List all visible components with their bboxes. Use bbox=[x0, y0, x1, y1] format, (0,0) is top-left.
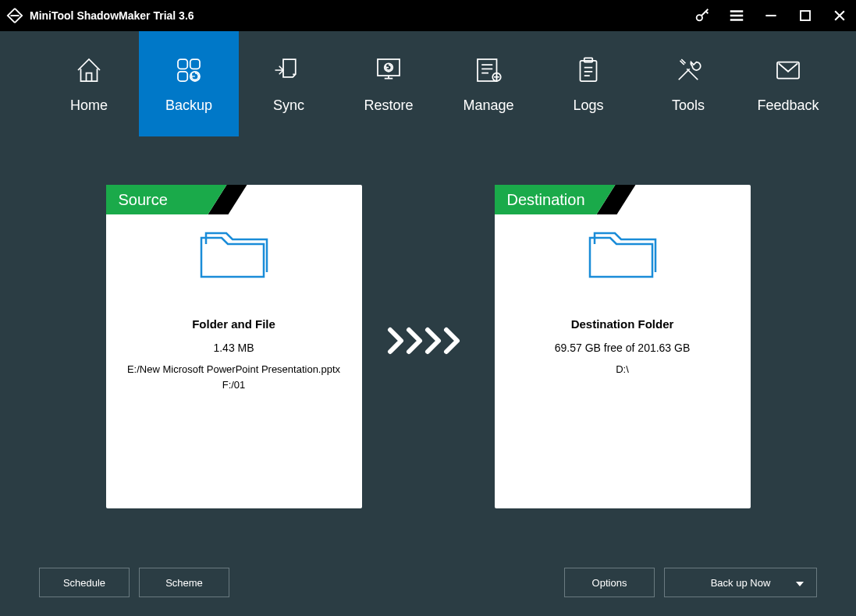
tab-tools[interactable]: Tools bbox=[638, 31, 738, 136]
svg-rect-8 bbox=[478, 59, 497, 81]
tab-label: Logs bbox=[573, 97, 603, 114]
source-size: 1.43 MB bbox=[213, 342, 254, 354]
content-area: Source Folder and File 1.43 MB E:/New Mi… bbox=[0, 136, 856, 508]
schedule-button[interactable]: Schedule bbox=[39, 568, 130, 597]
app-title: MiniTool ShadowMaker Trial 3.6 bbox=[30, 9, 692, 22]
backup-now-label: Back up Now bbox=[711, 577, 771, 589]
tab-label: Sync bbox=[273, 97, 304, 114]
folder-icon bbox=[195, 224, 273, 286]
footer-bar: Schedule Scheme Options Back up Now bbox=[0, 568, 856, 597]
tab-feedback[interactable]: Feedback bbox=[738, 31, 838, 136]
main-toolbar: Home Backup Sync Restore Manage Logs T bbox=[0, 31, 856, 136]
svg-rect-3 bbox=[190, 59, 200, 69]
tab-label: Restore bbox=[364, 97, 413, 114]
tab-sync[interactable]: Sync bbox=[239, 31, 339, 136]
source-card[interactable]: Source Folder and File 1.43 MB E:/New Mi… bbox=[106, 185, 362, 508]
scheme-button[interactable]: Scheme bbox=[139, 568, 229, 597]
chevron-down-icon bbox=[796, 577, 804, 589]
destination-tab-label: Destination bbox=[495, 185, 616, 214]
options-button[interactable]: Options bbox=[564, 568, 655, 597]
svg-rect-2 bbox=[178, 59, 187, 69]
maximize-icon[interactable] bbox=[795, 5, 815, 26]
tab-label: Home bbox=[70, 97, 108, 114]
app-logo-icon bbox=[6, 7, 23, 24]
tab-home[interactable]: Home bbox=[39, 31, 139, 136]
home-icon bbox=[73, 54, 105, 87]
source-path-2: F:/01 bbox=[127, 377, 340, 393]
sync-icon bbox=[272, 54, 305, 87]
window-controls bbox=[692, 5, 850, 26]
svg-rect-4 bbox=[178, 72, 187, 81]
logs-icon bbox=[572, 54, 605, 87]
source-path-1: E:/New Microsoft PowerPoint Presentation… bbox=[127, 362, 340, 377]
svg-point-0 bbox=[697, 15, 702, 20]
backup-icon bbox=[172, 54, 205, 87]
destination-paths: D:\ bbox=[609, 362, 635, 377]
source-tab-label: Source bbox=[106, 185, 227, 214]
close-icon[interactable] bbox=[829, 5, 850, 26]
destination-size: 69.57 GB free of 201.63 GB bbox=[555, 342, 691, 354]
tools-icon bbox=[672, 54, 705, 87]
tab-label: Manage bbox=[463, 97, 513, 114]
folder-icon bbox=[584, 224, 662, 286]
destination-card[interactable]: Destination Destination Folder 69.57 GB … bbox=[495, 185, 751, 508]
tab-manage[interactable]: Manage bbox=[439, 31, 538, 136]
backup-now-button[interactable]: Back up Now bbox=[664, 568, 817, 597]
minimize-icon[interactable] bbox=[761, 5, 781, 26]
key-icon[interactable] bbox=[692, 5, 712, 26]
feedback-icon bbox=[772, 54, 804, 87]
restore-icon bbox=[372, 54, 405, 87]
tab-logs[interactable]: Logs bbox=[538, 31, 638, 136]
tab-label: Feedback bbox=[757, 97, 819, 114]
destination-title: Destination Folder bbox=[571, 317, 674, 331]
svg-rect-1 bbox=[801, 11, 810, 20]
source-paths: E:/New Microsoft PowerPoint Presentation… bbox=[121, 362, 346, 392]
transfer-arrows-icon bbox=[385, 325, 471, 356]
tab-restore[interactable]: Restore bbox=[339, 31, 439, 136]
tab-label: Tools bbox=[672, 97, 705, 114]
titlebar: MiniTool ShadowMaker Trial 3.6 bbox=[0, 0, 856, 31]
menu-icon[interactable] bbox=[726, 5, 747, 26]
destination-path-1: D:\ bbox=[616, 362, 629, 377]
tab-backup[interactable]: Backup bbox=[139, 31, 239, 136]
source-title: Folder and File bbox=[192, 317, 275, 331]
manage-icon bbox=[472, 54, 505, 87]
tab-label: Backup bbox=[165, 97, 212, 114]
